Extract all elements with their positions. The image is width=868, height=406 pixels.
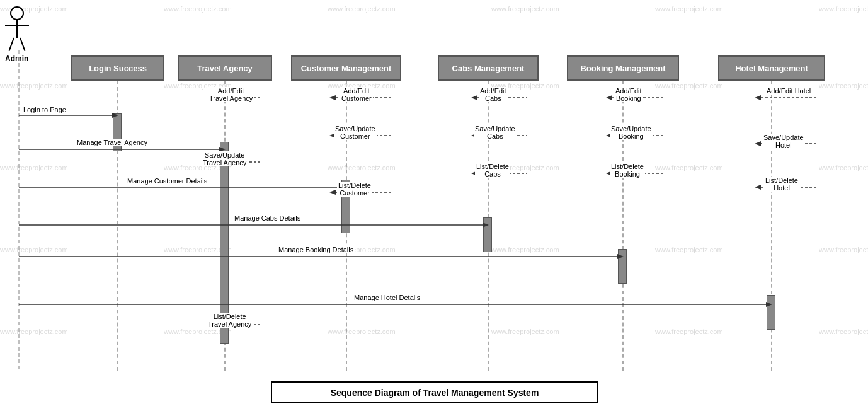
watermark-24: www.freeprojectz.com (819, 246, 868, 253)
svg-marker-30 (606, 95, 612, 100)
actor-arms (5, 25, 29, 26)
label-add-edit-hotel: Add/Edit Hotel (765, 87, 812, 95)
watermark-13: www.freeprojectz.com (0, 164, 68, 171)
label-list-delete-cabs: List/DeleteCabs (475, 163, 510, 178)
activation-hotel (767, 295, 775, 330)
label-login-to-page: Login to Page (22, 106, 67, 113)
label-manage-booking: Manage Booking Details (277, 246, 355, 253)
label-manage-customer: Manage Customer Details (126, 177, 208, 185)
label-list-delete-hotel: List/DeleteHotel (764, 177, 799, 192)
actor-body (16, 20, 18, 38)
label-list-delete-customer: List/DeleteCustomer (337, 182, 372, 197)
lifeline-travel: Travel Agency (178, 55, 272, 81)
watermark-28: www.freeprojectz.com (491, 328, 559, 335)
svg-marker-38 (755, 95, 761, 100)
actor-legs (13, 38, 21, 52)
watermark-15: www.freeprojectz.com (328, 164, 396, 171)
watermark-7: www.freeprojectz.com (0, 82, 68, 90)
label-save-update-cabs: Save/UpdateCabs (474, 125, 517, 140)
watermark-17: www.freeprojectz.com (655, 164, 723, 171)
watermark-4: www.freeprojectz.com (491, 5, 559, 13)
watermark-30: www.freeprojectz.com (819, 328, 868, 335)
label-save-update-booking: Save/UpdateBooking (610, 125, 653, 140)
watermark-3: www.freeprojectz.com (328, 5, 396, 13)
watermark-18: www.freeprojectz.com (819, 164, 868, 171)
label-manage-travel: Manage Travel Agency (76, 139, 149, 146)
label-manage-cabs: Manage Cabs Details (233, 214, 302, 222)
label-add-edit-customer: Add/EditCustomer (340, 87, 373, 102)
activation-cabs (483, 218, 492, 252)
diagram-container: www.freeprojectz.com www.freeprojectz.co… (0, 0, 868, 406)
svg-marker-14 (329, 95, 336, 100)
watermark-27: www.freeprojectz.com (328, 328, 396, 335)
label-list-delete-travel: List/DeleteTravel Agency (207, 313, 253, 328)
label-list-delete-booking: List/DeleteBooking (610, 163, 645, 178)
lifeline-line-booking (622, 81, 624, 371)
watermark-12: www.freeprojectz.com (819, 82, 868, 90)
actor-label: Admin (5, 54, 28, 63)
activation-booking (618, 249, 627, 284)
label-manage-hotel: Manage Hotel Details (353, 294, 421, 301)
actor-admin: Admin (5, 6, 28, 63)
label-add-edit-booking: Add/EditBooking (614, 87, 643, 102)
svg-marker-22 (471, 95, 477, 100)
label-add-edit-travel: Add/EditTravel Agency (208, 87, 254, 102)
watermark-6: www.freeprojectz.com (819, 5, 868, 13)
watermark-22: www.freeprojectz.com (491, 246, 559, 253)
lifeline-booking: Booking Management (567, 55, 679, 81)
watermark-19: www.freeprojectz.com (0, 246, 68, 253)
label-save-update-hotel: Save/UpdateHotel (762, 134, 805, 149)
lifeline-hotel: Hotel Management (718, 55, 825, 81)
actor-leg-right (20, 38, 25, 51)
watermark-29: www.freeprojectz.com (655, 328, 723, 335)
actor-head (10, 6, 24, 20)
actor-leg-left (8, 38, 14, 51)
svg-marker-18 (329, 190, 336, 195)
lifeline-customer: Customer Management (291, 55, 401, 81)
watermark-2: www.freeprojectz.com (164, 5, 232, 13)
lifeline-cabs: Cabs Management (438, 55, 539, 81)
watermark-23: www.freeprojectz.com (655, 246, 723, 253)
bottom-note: Sequence Diagram of Travel Management Sy… (271, 381, 598, 403)
lifeline-login: Login Success (71, 55, 164, 81)
watermark-5: www.freeprojectz.com (655, 5, 723, 13)
svg-marker-42 (755, 185, 761, 190)
svg-marker-40 (755, 141, 761, 146)
label-save-update-customer: Save/UpdateCustomer (334, 125, 377, 140)
watermark-25: www.freeprojectz.com (0, 328, 68, 335)
label-save-update-travel: Save/UpdateTravel Agency (202, 151, 248, 166)
label-add-edit-cabs: Add/EditCabs (479, 87, 508, 102)
watermark-11: www.freeprojectz.com (655, 82, 723, 90)
